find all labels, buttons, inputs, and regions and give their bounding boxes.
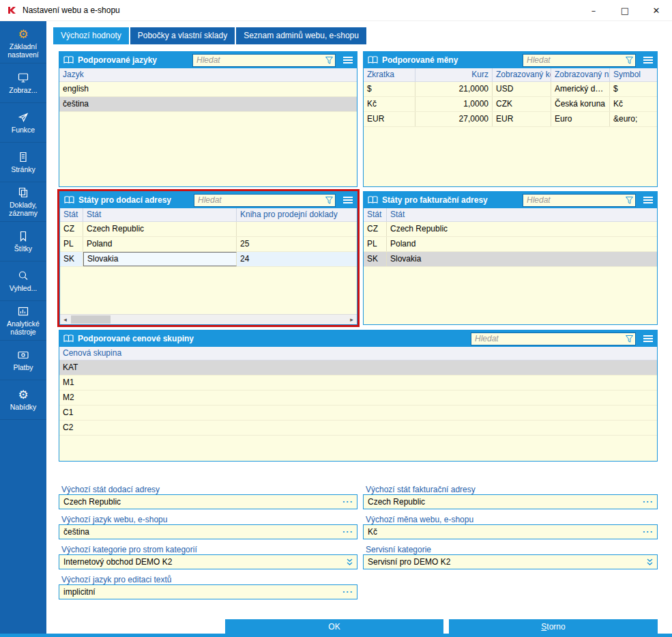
tab-pobocky-a-vlastni-sklady[interactable]: Pobočky a vlastní sklady bbox=[130, 27, 235, 44]
default-web-language-field[interactable]: čeština ··· bbox=[59, 524, 357, 539]
sidebar-item-nabidky[interactable]: ⚙ Nabídky bbox=[0, 380, 46, 420]
sidebar-item-vyhledavani[interactable]: Vyhled... bbox=[0, 261, 46, 301]
grid-body: CZ Czech Republic PL Poland SK Slovakia bbox=[364, 222, 657, 324]
menu-icon[interactable] bbox=[640, 192, 656, 208]
maximize-button[interactable]: □ bbox=[609, 0, 641, 20]
column-header[interactable]: Kniha pro prodejní doklady bbox=[237, 208, 357, 221]
function-icon bbox=[17, 111, 29, 124]
filter-icon[interactable] bbox=[626, 197, 633, 204]
cell: 1,0000 bbox=[415, 97, 493, 111]
table-row[interactable]: $ 21,0000 USD Americký dolar $ bbox=[364, 82, 657, 97]
tab-seznam-adminu[interactable]: Seznam adminů webu, e-shopu bbox=[236, 27, 366, 44]
cell-editing[interactable]: Slovakia bbox=[83, 252, 237, 266]
double-chevron-down-icon[interactable] bbox=[346, 558, 353, 566]
menu-icon[interactable] bbox=[640, 330, 656, 347]
table-row[interactable]: EUR 27,0000 EUR Euro &euro; bbox=[364, 112, 657, 127]
filter-icon[interactable] bbox=[626, 57, 633, 64]
filter-icon[interactable] bbox=[626, 335, 633, 343]
search-input[interactable] bbox=[196, 55, 323, 66]
filter-icon[interactable] bbox=[325, 57, 333, 64]
table-row-focused[interactable]: SK Slovakia 24 bbox=[60, 252, 357, 267]
table-row[interactable]: CZ Czech Republic bbox=[364, 222, 657, 237]
close-button[interactable]: ✕ bbox=[641, 0, 672, 20]
column-header[interactable]: Stát bbox=[387, 208, 657, 221]
column-header[interactable]: Cenová skupina bbox=[59, 347, 657, 360]
field-label: Výchozí měna webu, e-shopu bbox=[366, 515, 473, 524]
grid-body: $ 21,0000 USD Americký dolar $ Kč 1,0000… bbox=[364, 82, 657, 186]
cell: CZ bbox=[60, 222, 83, 236]
ellipsis-button[interactable]: ··· bbox=[342, 528, 353, 535]
payments-icon bbox=[17, 349, 29, 361]
menu-icon[interactable] bbox=[340, 52, 356, 68]
panel-header: Podporované jazyky bbox=[59, 52, 357, 68]
table-row[interactable]: C1 bbox=[59, 406, 657, 421]
tab-vychozi-hodnoty[interactable]: Výchozí hodnoty bbox=[53, 27, 129, 44]
sidebar-item-analyticke-nastroje[interactable]: Analytické nástroje bbox=[0, 301, 46, 341]
cell: EUR bbox=[493, 112, 551, 126]
sidebar-item-zobrazeni[interactable]: Zobraz... bbox=[0, 63, 46, 103]
search-input[interactable] bbox=[527, 195, 624, 206]
column-header[interactable]: Zobrazovaný název bbox=[551, 68, 610, 81]
default-shipping-state-field[interactable]: Czech Republic ··· bbox=[59, 494, 357, 509]
table-row[interactable]: M1 bbox=[59, 376, 657, 391]
service-category-field[interactable]: Servisní pro DEMO K2 bbox=[363, 554, 658, 569]
offers-gear-icon: ⚙ bbox=[18, 388, 28, 401]
default-web-currency-field[interactable]: Kč ··· bbox=[363, 524, 658, 539]
table-row[interactable]: M2 bbox=[59, 391, 657, 406]
column-header[interactable]: Stát bbox=[83, 208, 237, 221]
table-row[interactable]: PL Poland bbox=[364, 237, 657, 252]
field-value: Servisní pro DEMO K2 bbox=[368, 557, 646, 567]
cell: USD bbox=[493, 82, 551, 96]
sidebar-item-stitky[interactable]: Štítky bbox=[0, 222, 46, 261]
menu-icon[interactable] bbox=[340, 192, 356, 208]
ellipsis-button[interactable]: ··· bbox=[643, 498, 654, 505]
table-row[interactable]: PL Poland 25 bbox=[60, 237, 357, 252]
table-row[interactable]: Kč 1,0000 CZK Česká koruna Kč bbox=[364, 97, 657, 112]
book-icon bbox=[368, 56, 378, 64]
storno-button[interactable]: Storno bbox=[449, 619, 658, 634]
sidebar-item-platby[interactable]: Platby bbox=[0, 341, 46, 380]
table-row[interactable]: KAT bbox=[59, 360, 657, 376]
search-input[interactable] bbox=[475, 333, 624, 345]
column-header[interactable]: Symbol bbox=[610, 68, 657, 81]
horizontal-scrollbar[interactable]: ◂ ▸ bbox=[60, 314, 357, 324]
scrollbar-thumb[interactable] bbox=[71, 315, 111, 324]
window-title: Nastavení webu a e-shopu bbox=[23, 5, 120, 15]
filter-icon[interactable] bbox=[325, 197, 333, 204]
table-row[interactable]: čeština bbox=[59, 97, 357, 112]
book-icon bbox=[63, 56, 74, 64]
double-chevron-down-icon[interactable] bbox=[646, 558, 654, 566]
ok-button[interactable]: OK bbox=[225, 619, 443, 634]
table-row[interactable]: english bbox=[59, 82, 357, 97]
column-header[interactable]: Stát bbox=[60, 208, 83, 221]
sidebar-item-stranky[interactable]: Stránky bbox=[0, 143, 46, 182]
column-header[interactable]: Zkratka bbox=[364, 68, 415, 81]
table-row[interactable]: SK Slovakia bbox=[364, 252, 657, 267]
sidebar-item-doklady-zaznamy[interactable]: Doklady, záznamy bbox=[0, 182, 46, 222]
minimize-button[interactable]: – bbox=[578, 0, 609, 20]
grid-column-headers: Jazyk bbox=[59, 68, 357, 82]
sidebar-item-funkce[interactable]: Funkce bbox=[0, 103, 46, 143]
sidebar-item-label: Doklady, záznamy bbox=[1, 201, 45, 217]
default-billing-state-field[interactable]: Czech Republic ··· bbox=[363, 494, 658, 509]
search-input[interactable] bbox=[527, 55, 624, 66]
ellipsis-button[interactable]: ··· bbox=[643, 528, 654, 535]
table-row[interactable]: CZ Czech Republic bbox=[60, 222, 357, 237]
settings-gear-icon: ⚙ bbox=[18, 28, 28, 40]
default-category-tree-field[interactable]: Internetový obchod DEMO K2 bbox=[59, 554, 357, 569]
sidebar-item-label: Nabídky bbox=[10, 403, 37, 411]
column-header[interactable]: Jazyk bbox=[59, 68, 357, 81]
menu-icon[interactable] bbox=[640, 52, 656, 68]
scroll-right-icon[interactable]: ▸ bbox=[347, 315, 357, 324]
ellipsis-button[interactable]: ··· bbox=[342, 589, 353, 595]
ellipsis-button[interactable]: ··· bbox=[342, 498, 353, 505]
column-header[interactable]: Stát bbox=[364, 208, 387, 221]
panel-shipping-states: Státy pro dodací adresy Stát Stát Kniha … bbox=[59, 191, 357, 325]
sidebar-item-zakladni-nastaveni[interactable]: ⚙ Základní nastavení bbox=[0, 24, 46, 63]
default-text-edit-language-field[interactable]: implicitní ··· bbox=[59, 584, 357, 599]
column-header[interactable]: Zobrazovaný kód bbox=[493, 68, 551, 81]
scroll-left-icon[interactable]: ◂ bbox=[60, 315, 70, 324]
table-row[interactable]: C2 bbox=[59, 421, 657, 436]
column-header[interactable]: Kurz bbox=[415, 68, 493, 81]
search-input[interactable] bbox=[198, 195, 323, 206]
